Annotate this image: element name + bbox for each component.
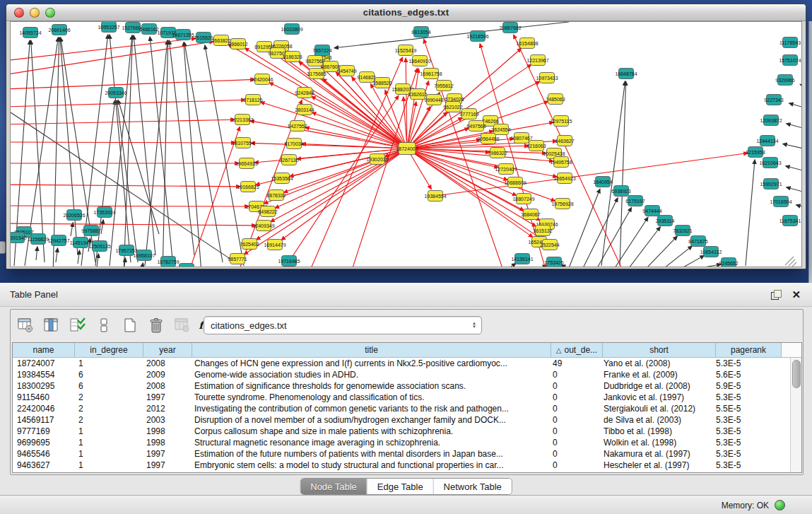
network-edge[interactable] — [281, 148, 407, 240]
network-edge[interactable] — [118, 100, 159, 234]
network-node[interactable]: 14136141 — [511, 254, 533, 264]
network-node[interactable]: 2718126 — [243, 95, 262, 105]
network-node[interactable]: 20691406 — [48, 25, 70, 35]
network-node[interactable]: 8454749 — [337, 66, 356, 76]
tab-network-table[interactable]: Network Table — [434, 479, 512, 494]
network-graph[interactable]: 1872400711525419186409101696175879558121… — [11, 22, 801, 267]
network-edge[interactable] — [783, 144, 801, 151]
network-node[interactable]: 9474444 — [642, 206, 661, 216]
network-node[interactable]: 1640954 — [593, 177, 612, 187]
network-node[interactable]: 11675341 — [779, 216, 801, 226]
network-node[interactable]: 9857771 — [228, 254, 247, 264]
network-node[interactable]: 15992971 — [760, 179, 782, 189]
network-node[interactable]: 20053346 — [105, 88, 126, 98]
network-edge[interactable] — [71, 223, 73, 236]
network-node[interactable]: 20887682 — [499, 23, 521, 33]
network-node[interactable]: 8427552 — [288, 121, 307, 132]
network-node[interactable]: 3684067 — [521, 209, 540, 220]
network-edge[interactable] — [597, 208, 632, 267]
network-edge[interactable] — [117, 100, 138, 262]
tab-edge-table[interactable]: Edge Table — [367, 479, 434, 494]
network-node[interactable]: 16914479 — [264, 240, 286, 250]
column-header-in_degree[interactable]: in_degree — [75, 343, 143, 358]
network-node[interactable]: 3175685 — [307, 69, 326, 79]
table-row[interactable]: 1938455462009Genome-wide association stu… — [13, 369, 801, 380]
network-node[interactable]: 15353584 — [271, 173, 293, 184]
table-row[interactable]: 946554611997Estimation of the future num… — [13, 448, 801, 460]
network-node[interactable]: 10973433 — [536, 73, 558, 83]
network-node[interactable]: 7955812 — [434, 81, 453, 91]
network-node[interactable]: 16958107 — [133, 250, 155, 261]
network-node[interactable]: 16210643 — [759, 158, 781, 168]
network-node[interactable]: 16033809 — [281, 24, 302, 35]
network-node[interactable]: 2935114 — [656, 216, 675, 226]
network-node[interactable]: 6938923 — [611, 186, 630, 197]
network-node[interactable]: 12720407 — [495, 164, 517, 175]
new-table-icon[interactable] — [119, 315, 141, 335]
network-node[interactable]: 9242848 — [295, 88, 314, 98]
column-visibility-icon[interactable] — [93, 315, 114, 335]
network-edge[interactable] — [11, 119, 235, 124]
network-node[interactable]: 18640910 — [408, 56, 430, 66]
network-edge[interactable] — [629, 227, 660, 267]
network-edge[interactable] — [101, 220, 103, 234]
zoom-window-button[interactable] — [45, 8, 55, 18]
network-node[interactable]: 18807249 — [512, 194, 534, 204]
network-edge[interactable] — [796, 205, 801, 211]
network-node[interactable]: 19654935 — [235, 158, 257, 169]
network-node[interactable]: 8471675 — [688, 236, 707, 247]
network-edge[interactable] — [787, 124, 801, 132]
network-edge[interactable] — [11, 79, 254, 89]
network-window-titlebar[interactable]: citations_edges.txt — [6, 4, 806, 21]
network-edge[interactable] — [789, 103, 801, 111]
network-node[interactable]: 12213967 — [526, 55, 548, 66]
network-node[interactable]: 3267130 — [279, 155, 298, 165]
network-node[interactable]: 6466162 — [139, 24, 158, 35]
table-row[interactable]: 946362711997Embryonic stem cells: a mode… — [13, 460, 801, 471]
network-node[interactable]: 12213363 — [231, 115, 253, 125]
network-node[interactable]: 1753426 — [544, 257, 563, 268]
network-node[interactable]: 6216063 — [526, 141, 546, 151]
network-edge[interactable] — [134, 35, 155, 255]
network-node[interactable]: 9975887 — [81, 226, 100, 236]
network-node[interactable]: 9866012 — [228, 39, 247, 49]
network-edge[interactable] — [682, 255, 704, 267]
network-node[interactable]: 12093872 — [760, 115, 782, 126]
network-edge[interactable] — [647, 236, 677, 267]
network-node[interactable]: 11176543 — [779, 37, 801, 48]
network-node[interactable]: 1588520 — [372, 78, 392, 88]
network-node[interactable]: 19716485 — [278, 256, 300, 267]
network-node[interactable]: 16782759 — [157, 257, 179, 267]
network-node[interactable]: 7625402 — [240, 239, 259, 250]
network-node[interactable]: 6497568 — [466, 121, 486, 132]
table-row[interactable]: 2242004622012Investigating the contribut… — [13, 403, 801, 414]
network-window[interactable]: citations_edges.txt 18724007115254191864… — [6, 4, 806, 269]
float-panel-icon[interactable] — [771, 290, 782, 300]
network-edge[interactable] — [141, 263, 143, 267]
network-edge[interactable] — [620, 81, 626, 266]
network-node[interactable]: 1463627 — [555, 136, 574, 146]
network-edge[interactable] — [601, 81, 625, 266]
network-node[interactable]: 8170034 — [284, 139, 303, 149]
network-node[interactable]: 10553257 — [98, 22, 119, 33]
network-node[interactable]: 12942757 — [47, 235, 69, 246]
network-edge[interactable] — [746, 160, 755, 266]
network-node[interactable]: 12975115 — [551, 116, 572, 127]
network-node[interactable]: 15654923 — [553, 173, 575, 184]
table-panel-titlebar[interactable]: Table Panel ✕ — [0, 283, 812, 307]
import-table-icon[interactable] — [172, 315, 193, 335]
network-edge[interactable] — [169, 40, 194, 255]
memory-status-indicator[interactable] — [775, 500, 785, 510]
network-node[interactable]: 8498222 — [258, 206, 277, 217]
tab-node-table[interactable]: Node Table — [300, 479, 367, 494]
network-edge[interactable] — [60, 37, 78, 255]
network-node[interactable]: 16648784 — [615, 69, 637, 79]
select-rows-icon[interactable] — [67, 315, 88, 335]
network-node[interactable]: 17353924 — [93, 207, 115, 218]
close-window-button[interactable] — [14, 8, 24, 18]
network-node[interactable]: 18724007 — [396, 143, 418, 155]
network-node[interactable]: 9621022 — [443, 102, 462, 112]
column-header-year[interactable]: year — [143, 343, 192, 358]
table-row[interactable]: 977716911998Corpus callosum shape and si… — [13, 426, 801, 437]
network-edge[interactable] — [787, 187, 801, 195]
